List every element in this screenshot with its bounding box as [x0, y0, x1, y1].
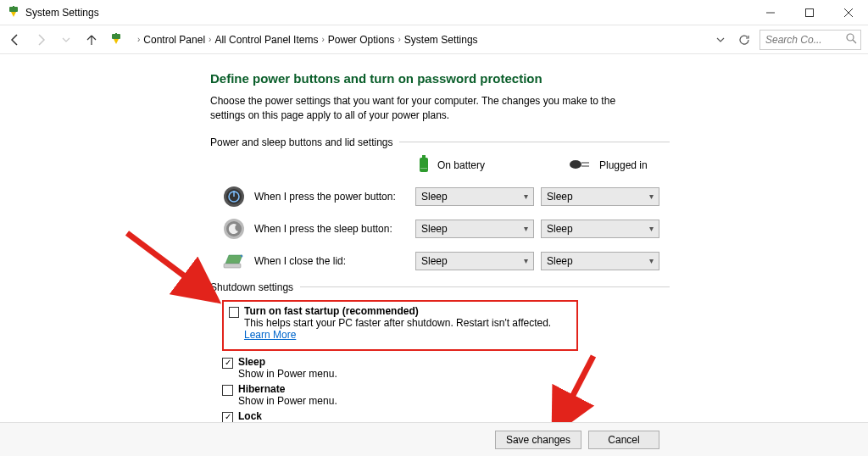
svg-rect-1 [13, 6, 14, 7]
checkbox-description: Show in Power menu. [238, 368, 337, 380]
close-lid-battery-select[interactable]: Sleep ▾ [415, 252, 534, 270]
sleep-row: Sleep Show in Power menu. [222, 356, 670, 380]
checkbox-label: Turn on fast startup (recommended) [244, 305, 571, 317]
svg-rect-10 [420, 158, 428, 172]
page-title: Define power buttons and turn on passwor… [210, 71, 670, 86]
power-options-icon [7, 6, 20, 19]
cancel-button[interactable]: Cancel [588, 431, 659, 449]
breadcrumb-item[interactable]: Power Options [328, 34, 395, 46]
chevron-down-icon: ▾ [649, 224, 654, 233]
svg-rect-7 [115, 33, 117, 34]
checkbox-description: This helps start your PC faster after sh… [244, 317, 571, 341]
save-changes-button[interactable]: Save changes [495, 431, 581, 449]
power-button-icon [222, 185, 246, 209]
breadcrumb-item[interactable]: System Settings [404, 34, 478, 46]
power-options-icon [108, 32, 124, 47]
svg-point-13 [570, 160, 581, 169]
breadcrumb-item[interactable]: Control Panel [143, 34, 205, 46]
row-label: When I press the power button: [254, 191, 415, 203]
svg-point-8 [847, 34, 854, 41]
up-button[interactable] [83, 31, 100, 48]
checkbox-label: Lock [238, 410, 377, 422]
hibernate-row: Hibernate Show in Power menu. [222, 383, 670, 407]
section-header: Power and sleep buttons and lid settings [210, 136, 670, 148]
search-placeholder: Search Co... [765, 34, 822, 46]
chevron-down-icon: ▾ [524, 192, 528, 201]
lock-checkbox[interactable] [222, 412, 233, 423]
svg-line-9 [853, 40, 856, 43]
back-button[interactable] [7, 31, 24, 48]
svg-rect-12 [420, 168, 427, 169]
chevron-down-icon: ▾ [649, 256, 654, 265]
checkbox-description: Show in Power menu. [238, 395, 337, 407]
close-button[interactable] [829, 0, 868, 25]
sleep-button-battery-select[interactable]: Sleep ▾ [415, 220, 534, 238]
divider [300, 286, 670, 287]
battery-icon [417, 155, 431, 176]
breadcrumb-item[interactable]: All Control Panel Items [214, 34, 318, 46]
svg-rect-0 [9, 7, 18, 12]
chevron-down-icon: ▾ [524, 256, 528, 265]
svg-rect-22 [224, 264, 241, 268]
power-button-battery-select[interactable]: Sleep ▾ [415, 187, 534, 206]
main-content: Define power buttons and turn on passwor… [0, 54, 670, 434]
chevron-right-icon: › [137, 35, 140, 44]
window-title: System Settings [25, 7, 99, 19]
power-button-row: When I press the power button: Sleep ▾ S… [222, 185, 670, 209]
minimize-button[interactable] [751, 0, 790, 25]
svg-rect-6 [112, 34, 120, 39]
column-headers: On battery Plugged in [222, 155, 670, 176]
divider [399, 142, 670, 142]
chevron-right-icon: › [209, 35, 211, 44]
section-title: Power and sleep buttons and lid settings [210, 136, 392, 148]
learn-more-link[interactable]: Learn More [244, 329, 296, 341]
sleep-button-row: When I press the sleep button: Sleep ▾ S… [222, 217, 670, 241]
maximize-button[interactable] [790, 0, 829, 25]
section-header: Shutdown settings [210, 281, 670, 293]
forward-button[interactable] [32, 31, 49, 48]
address-bar: › Control Panel › All Control Panel Item… [0, 25, 868, 54]
close-lid-plugged-select[interactable]: Sleep ▾ [541, 252, 659, 270]
checkbox-label: Hibernate [238, 383, 337, 395]
svg-rect-3 [806, 8, 814, 16]
refresh-button[interactable] [736, 31, 753, 48]
address-dropdown-button[interactable] [712, 31, 729, 48]
fast-startup-row: Turn on fast startup (recommended) This … [229, 305, 571, 341]
recent-locations-button[interactable] [58, 31, 75, 48]
chevron-right-icon: › [321, 35, 324, 44]
sleep-button-icon [222, 217, 246, 241]
titlebar: System Settings [0, 0, 868, 25]
shutdown-section: Shutdown settings Turn on fast startup (… [210, 281, 670, 434]
row-label: When I press the sleep button: [254, 223, 415, 235]
svg-rect-11 [422, 155, 426, 158]
close-lid-row: When I close the lid: Sleep ▾ Sleep ▾ [222, 249, 670, 273]
chevron-right-icon: › [398, 35, 401, 44]
search-icon [846, 33, 857, 47]
page-description: Choose the power settings that you want … [210, 94, 626, 123]
laptop-lid-icon [222, 249, 246, 273]
sleep-button-plugged-select[interactable]: Sleep ▾ [541, 220, 659, 238]
search-input[interactable]: Search Co... [760, 30, 861, 50]
section-title: Shutdown settings [210, 281, 293, 293]
plugged-in-label: Plugged in [599, 159, 648, 171]
on-battery-label: On battery [437, 159, 485, 171]
chevron-down-icon: ▾ [524, 224, 528, 233]
checkbox-label: Sleep [238, 356, 337, 368]
hibernate-checkbox[interactable] [222, 385, 233, 396]
footer: Save changes Cancel [0, 422, 868, 456]
annotation-highlight-box: Turn on fast startup (recommended) This … [222, 300, 578, 351]
power-sleep-section: Power and sleep buttons and lid settings… [210, 136, 670, 273]
row-label: When I close the lid: [254, 255, 415, 267]
chevron-down-icon: ▾ [649, 192, 654, 201]
sleep-checkbox[interactable] [222, 358, 233, 369]
power-button-plugged-select[interactable]: Sleep ▾ [541, 187, 659, 206]
fast-startup-checkbox[interactable] [229, 307, 239, 318]
plugged-in-icon [569, 158, 593, 173]
breadcrumb[interactable]: › Control Panel › All Control Panel Item… [134, 30, 704, 50]
